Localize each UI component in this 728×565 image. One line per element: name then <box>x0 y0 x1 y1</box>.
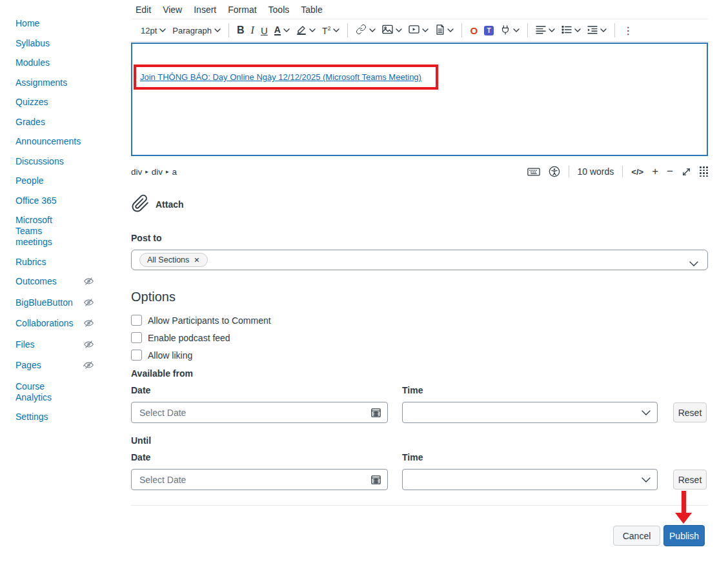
link-icon <box>356 24 367 37</box>
zoom-in-button[interactable]: + <box>652 165 658 178</box>
accessibility-checker-button[interactable] <box>549 166 560 177</box>
checkbox-label: Enable podcast feed <box>148 333 230 343</box>
document-icon <box>435 25 445 37</box>
until-date-input[interactable] <box>132 475 371 485</box>
fullscreen-button[interactable] <box>682 167 691 177</box>
sidebar-item-label: Files <box>15 339 35 350</box>
sidebar-item-settings[interactable]: Settings <box>15 411 94 422</box>
attach-file-button[interactable]: Attach <box>131 194 184 215</box>
menu-insert[interactable]: Insert <box>190 2 220 17</box>
allow-liking-checkbox-row[interactable]: Allow liking <box>131 350 192 361</box>
document-button[interactable] <box>432 22 457 39</box>
cancel-button[interactable]: Cancel <box>613 526 660 546</box>
checkbox[interactable] <box>131 315 142 326</box>
chevron-down-icon <box>642 477 651 482</box>
sidebar-item-label: Outcomes <box>15 276 57 287</box>
office365-button[interactable]: O <box>467 23 481 39</box>
publish-button[interactable]: Publish <box>663 525 705 546</box>
available-from-time-input[interactable] <box>403 408 642 418</box>
available-from-date-input[interactable] <box>132 408 371 418</box>
sidebar-item-microsoft-teams-meetings[interactable]: Microsoft Teams meetings <box>15 215 94 248</box>
sidebar-item-grades[interactable]: Grades <box>15 117 94 128</box>
sidebar-item-syllabus[interactable]: Syllabus <box>15 38 94 49</box>
superscript-button[interactable]: T2 <box>319 23 343 39</box>
minus-icon: − <box>667 165 673 178</box>
menu-view[interactable]: View <box>159 2 186 17</box>
annotation-red-box: Join THÔNG BÁO: Day Online Ngày 12/12/20… <box>134 64 438 90</box>
block-format-select[interactable]: Paragraph <box>169 23 224 38</box>
zoom-out-button[interactable]: − <box>667 165 673 178</box>
until-time-select[interactable] <box>402 469 658 490</box>
menu-edit[interactable]: Edit <box>132 2 155 17</box>
sidebar-item-office-365[interactable]: Office 365 <box>15 195 94 206</box>
menu-format[interactable]: Format <box>224 2 260 17</box>
italic-button[interactable]: I <box>248 22 258 39</box>
sidebar-item-modules[interactable]: Modules <box>15 57 94 68</box>
available-from-time-select[interactable] <box>402 402 658 423</box>
calendar-icon[interactable] <box>371 475 381 484</box>
element-path: div ▸ div ▸ a <box>131 167 177 177</box>
sidebar-item-discussions[interactable]: Discussions <box>15 156 94 167</box>
underline-button[interactable]: U <box>258 23 271 39</box>
html-editor-button[interactable]: </> <box>631 167 643 177</box>
allow-comments-checkbox-row[interactable]: Allow Participants to Comment <box>131 315 271 326</box>
sidebar-item-label: Pages <box>15 360 41 371</box>
available-from-reset-button[interactable]: Reset <box>673 402 707 422</box>
calendar-icon[interactable] <box>371 408 381 417</box>
font-size-select[interactable]: 12pt <box>137 23 169 38</box>
hidden-eye-icon <box>83 319 94 330</box>
rce-editor-body[interactable]: Join THÔNG BÁO: Day Online Ngày 12/12/20… <box>131 43 708 156</box>
sidebar-item-people[interactable]: People <box>15 175 94 186</box>
annotation-arrow-shaft <box>682 491 686 513</box>
hidden-eye-icon <box>83 361 94 372</box>
bold-button[interactable]: B <box>234 22 248 39</box>
text-color-button[interactable]: A <box>271 23 293 38</box>
more-options-button[interactable]: ⋮ <box>620 22 636 39</box>
sidebar-item-label: Discussions <box>15 156 64 167</box>
resize-drag-handle[interactable] <box>700 166 708 177</box>
sidebar-item-pages[interactable]: Pages <box>15 360 94 372</box>
teams-meeting-link[interactable]: Join THÔNG BÁO: Day Online Ngày 12/12/20… <box>136 72 421 82</box>
align-left-icon <box>536 25 546 36</box>
link-button[interactable] <box>352 21 379 39</box>
image-button[interactable] <box>379 22 405 39</box>
remove-section-icon[interactable]: ✕ <box>194 256 199 264</box>
resize-diagonal-icon <box>682 167 691 177</box>
sidebar-item-home[interactable]: Home <box>15 18 94 29</box>
until-time-input[interactable] <box>403 475 642 485</box>
italic-icon: I <box>251 25 254 36</box>
sidebar-item-label: Microsoft Teams meetings <box>15 215 80 248</box>
sidebar-item-rubrics[interactable]: Rubrics <box>15 257 94 268</box>
paperclip-icon <box>131 194 150 215</box>
menu-tools[interactable]: Tools <box>265 2 294 17</box>
list-button[interactable] <box>558 23 584 39</box>
indent-button[interactable] <box>584 23 610 39</box>
media-button[interactable] <box>405 22 432 39</box>
chevron-down-icon <box>333 28 339 32</box>
sidebar-item-bigbluebutton[interactable]: BigBlueButton <box>15 297 94 310</box>
checkbox-label: Allow Participants to Comment <box>148 315 271 326</box>
chevron-down-icon <box>447 28 454 32</box>
sidebar-item-collaborations[interactable]: Collaborations <box>15 318 94 330</box>
sidebar-item-assignments[interactable]: Assignments <box>15 77 94 88</box>
sidebar-item-quizzes[interactable]: Quizzes <box>15 97 94 108</box>
highlight-color-button[interactable] <box>293 22 319 39</box>
sidebar-item-announcements[interactable]: Announcements <box>15 136 94 147</box>
microsoft-teams-button[interactable]: T <box>481 23 497 38</box>
checkbox[interactable] <box>131 332 142 343</box>
checkbox-label: Allow liking <box>148 350 192 361</box>
sidebar-item-course-analytics[interactable]: Course Analytics <box>15 381 94 403</box>
post-to-select[interactable]: All Sections ✕ <box>131 250 708 270</box>
checkbox[interactable] <box>131 350 142 361</box>
keyboard-shortcuts-button[interactable] <box>527 167 540 177</box>
chevron-down-icon <box>574 28 581 32</box>
alignment-button[interactable] <box>532 23 558 39</box>
toolbar-divider <box>228 23 229 37</box>
sidebar-item-files[interactable]: Files <box>15 339 94 352</box>
menu-table[interactable]: Table <box>297 2 326 17</box>
podcast-feed-checkbox-row[interactable]: Enable podcast feed <box>131 332 230 343</box>
sidebar-item-outcomes[interactable]: Outcomes <box>15 276 94 288</box>
sidebar-item-label: Office 365 <box>15 195 57 206</box>
until-reset-button[interactable]: Reset <box>673 470 707 490</box>
apps-button[interactable] <box>497 22 523 39</box>
